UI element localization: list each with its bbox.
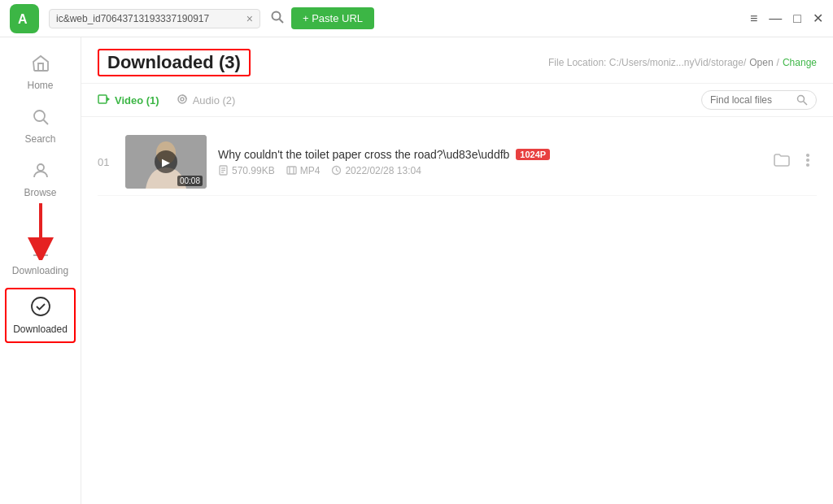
video-format: MP4 — [300, 165, 321, 176]
find-search-icon — [796, 94, 808, 106]
svg-line-4 — [43, 120, 48, 125]
find-local-files[interactable] — [701, 90, 817, 110]
svg-line-2 — [280, 19, 284, 23]
change-location-button[interactable]: Change — [783, 57, 817, 68]
svg-point-12 — [798, 96, 805, 102]
svg-rect-20 — [287, 167, 296, 174]
content-header: Downloaded (3) File Location: C:/Users/m… — [81, 37, 833, 84]
search-sidebar-icon — [31, 107, 50, 130]
format-icon — [286, 165, 297, 176]
search-icon[interactable] — [270, 10, 285, 28]
date-icon — [331, 165, 342, 176]
svg-point-26 — [807, 163, 809, 165]
page-title-box: Downloaded (3) — [98, 49, 251, 76]
svg-point-5 — [37, 164, 44, 171]
sidebar-item-browse-label: Browse — [24, 187, 56, 198]
video-list: 01 ▶ 00:08 — [81, 117, 833, 504]
svg-point-7 — [32, 298, 50, 315]
svg-point-11 — [181, 98, 184, 101]
video-duration: 00:08 — [177, 176, 203, 186]
find-local-input[interactable] — [710, 94, 792, 106]
svg-marker-9 — [107, 97, 110, 102]
tab-close-icon[interactable]: × — [246, 13, 253, 24]
video-size-meta: 570.99KB — [218, 165, 275, 176]
svg-rect-8 — [98, 95, 107, 103]
sidebar-item-downloading[interactable]: Downloading — [0, 231, 81, 285]
file-location-text: File Location: C:/Users/moniz...nyVid/st… — [548, 57, 746, 68]
sidebar-item-home-label: Home — [27, 80, 53, 91]
sidebar-item-search-label: Search — [24, 133, 55, 145]
sidebar-item-downloaded[interactable]: Downloaded — [5, 288, 76, 343]
minimize-icon[interactable]: — — [769, 11, 782, 26]
open-location-button[interactable]: Open — [749, 57, 773, 68]
title-bar: A ic&web_id70643713193337190917 × + Past… — [0, 0, 833, 37]
video-index: 01 — [98, 156, 114, 168]
video-format-meta: MP4 — [286, 165, 321, 176]
video-tab-icon — [98, 93, 111, 108]
tab-video-label: Video (1) — [115, 94, 159, 106]
file-size-icon — [218, 165, 229, 176]
close-icon[interactable]: ✕ — [813, 11, 823, 26]
video-date: 2022/02/28 13:04 — [345, 165, 421, 176]
tab-audio-label: Audio (2) — [193, 94, 236, 106]
video-title-row: Why couldn't the toilet paper cross the … — [218, 148, 761, 161]
video-thumbnail[interactable]: ▶ 00:08 — [125, 135, 207, 189]
video-size: 570.99KB — [232, 165, 275, 176]
downloading-icon — [31, 239, 50, 262]
tab-video[interactable]: Video (1) — [98, 93, 159, 108]
main-layout: Home Search Browse — [0, 37, 833, 504]
svg-text:A: A — [18, 12, 28, 26]
video-title: Why couldn't the toilet paper cross the … — [218, 148, 509, 161]
video-info: Why couldn't the toilet paper cross the … — [218, 148, 761, 176]
svg-line-13 — [804, 102, 808, 106]
svg-point-1 — [273, 11, 281, 20]
play-button[interactable]: ▶ — [155, 150, 177, 173]
page-title: Downloaded (3) — [107, 52, 241, 72]
window-controls: ≡ — □ ✕ — [750, 11, 823, 26]
video-meta: 570.99KB MP4 — [218, 165, 761, 176]
app-logo: A — [10, 4, 39, 33]
more-options-icon[interactable] — [799, 151, 817, 173]
audio-tab-icon — [176, 93, 189, 108]
sidebar-item-downloaded-label: Downloaded — [13, 324, 68, 335]
quality-badge: 1024P — [516, 149, 550, 160]
video-date-meta: 2022/02/28 13:04 — [331, 165, 421, 176]
home-icon — [31, 54, 50, 76]
video-actions — [773, 151, 817, 173]
file-location: File Location: C:/Users/moniz...nyVid/st… — [548, 57, 817, 68]
tab-audio[interactable]: Audio (2) — [176, 93, 236, 108]
sidebar-item-downloading-label: Downloading — [12, 265, 68, 276]
maximize-icon[interactable]: □ — [793, 11, 801, 26]
sidebar-item-search[interactable]: Search — [0, 99, 81, 153]
sidebar-item-home[interactable]: Home — [0, 46, 81, 99]
downloaded-icon — [30, 296, 51, 320]
tabs-row: Video (1) Audio (2) — [81, 84, 833, 117]
paste-url-button[interactable]: + Paste URL — [291, 7, 374, 29]
table-row: 01 ▶ 00:08 — [98, 128, 817, 196]
svg-point-25 — [807, 159, 809, 160]
content-area: Downloaded (3) File Location: C:/Users/m… — [81, 37, 833, 504]
url-tab[interactable]: ic&web_id70643713193337190917 × — [49, 9, 260, 28]
svg-point-3 — [34, 111, 45, 121]
menu-icon[interactable]: ≡ — [750, 11, 757, 26]
tab-url-text: ic&web_id70643713193337190917 — [56, 13, 242, 24]
sidebar: Home Search Browse — [0, 37, 81, 504]
browse-icon — [31, 161, 50, 184]
open-folder-icon[interactable] — [773, 151, 791, 173]
svg-point-24 — [807, 154, 809, 155]
sidebar-item-browse[interactable]: Browse — [0, 153, 81, 206]
